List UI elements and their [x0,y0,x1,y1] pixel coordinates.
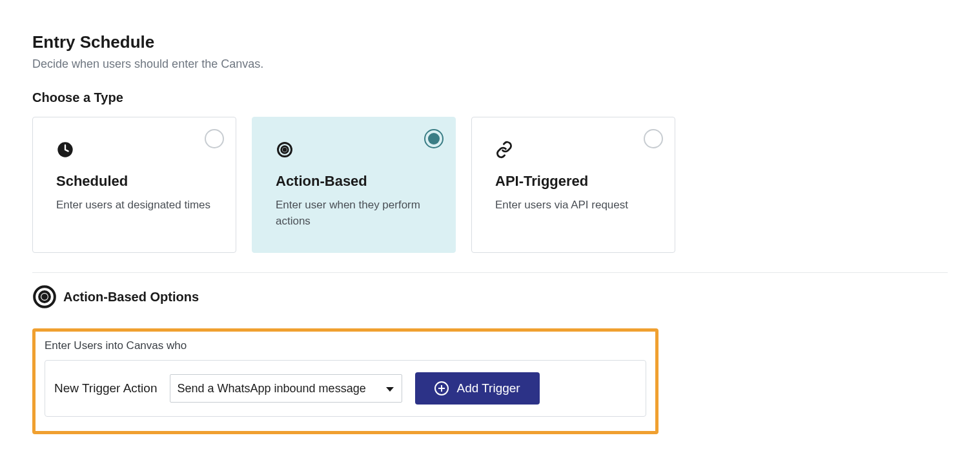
plus-circle-icon [434,381,449,395]
add-trigger-button[interactable]: Add Trigger [415,372,539,405]
card-desc: Enter users via API request [495,197,651,214]
type-cards: Scheduled Enter users at designated time… [32,117,948,253]
page-subtitle: Decide when users should enter the Canva… [32,57,948,71]
clock-icon [56,141,212,161]
svg-point-6 [43,295,46,299]
radio-icon [644,129,663,148]
options-header: Action-Based Options [32,285,948,309]
divider [32,272,948,273]
target-icon [32,285,57,309]
radio-icon [205,129,224,148]
radio-icon [424,129,444,148]
trigger-action-value: Send a WhatsApp inbound message [177,382,365,395]
card-title: API-Triggered [495,173,651,190]
choose-type-label: Choose a Type [32,90,948,105]
action-based-options-box: Enter Users into Canvas who New Trigger … [32,328,658,434]
enter-users-label: Enter Users into Canvas who [45,339,646,352]
target-icon [276,141,432,161]
type-card-api-triggered[interactable]: API-Triggered Enter users via API reques… [471,117,675,253]
card-title: Action-Based [276,173,432,190]
card-title: Scheduled [56,173,212,190]
type-card-scheduled[interactable]: Scheduled Enter users at designated time… [32,117,236,253]
trigger-action-select[interactable]: Send a WhatsApp inbound message [170,374,402,403]
new-trigger-action-label: New Trigger Action [54,381,157,395]
trigger-row: New Trigger Action Send a WhatsApp inbou… [45,360,646,417]
options-title: Action-Based Options [63,290,199,305]
type-card-action-based[interactable]: Action-Based Enter user when they perfor… [252,117,456,253]
link-icon [495,141,651,161]
svg-point-3 [283,148,286,151]
add-trigger-label: Add Trigger [456,381,520,395]
page-title: Entry Schedule [32,32,948,52]
card-desc: Enter user when they perform actions [276,197,432,229]
card-desc: Enter users at designated times [56,197,212,214]
